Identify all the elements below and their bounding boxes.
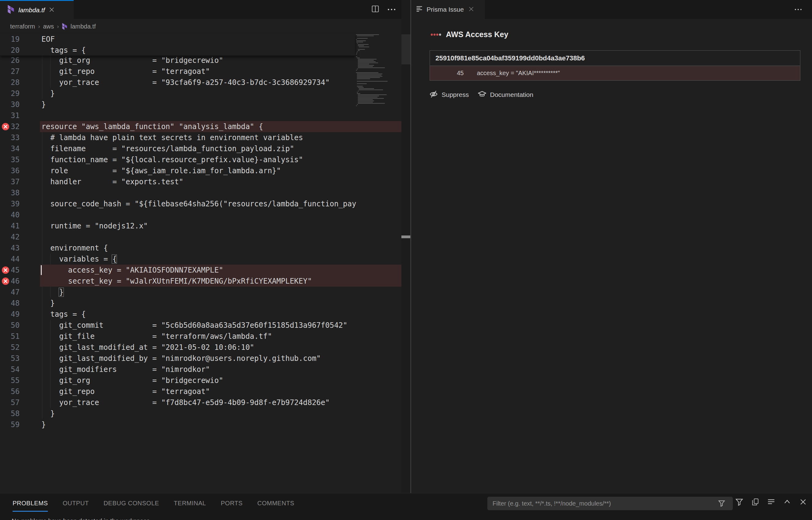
- code-line-53[interactable]: 53 git_last_modified_by = "nimrodkor@use…: [0, 353, 401, 364]
- code-text: }: [42, 419, 46, 430]
- code-line-48[interactable]: 48 }: [0, 298, 401, 309]
- code-line-54[interactable]: 54 git_modifiers = "nimrodkor": [0, 364, 401, 375]
- code-line-50[interactable]: 50 git_commit = "5c6b5d60a8aa63a5d37e60f…: [0, 320, 401, 331]
- finding-id: 25910f981e85ca04baf359199dd0bd4a3ae738b6: [430, 51, 800, 66]
- scrollbar-handle[interactable]: [401, 235, 410, 238]
- code-text: tags = {: [42, 45, 86, 56]
- panel-tab-debug-console[interactable]: DEBUG CONSOLE: [103, 495, 159, 512]
- minimap-line: [358, 98, 384, 99]
- panel-tab-problems[interactable]: PROBLEMS: [13, 495, 48, 512]
- code-line-43[interactable]: 43 environment {: [0, 242, 401, 254]
- code-line-34[interactable]: 34 filename = "resources/lambda_function…: [0, 143, 401, 154]
- code-line-46[interactable]: 46 secret_key = "wJalrXUtnFEMI/K7MDENG/b…: [0, 276, 401, 287]
- sticky-scroll[interactable]: 19EOF20 tags = {: [0, 34, 355, 56]
- problems-filter-input[interactable]: [487, 497, 733, 510]
- minimap-line: [358, 45, 364, 46]
- line-number: 53: [0, 353, 20, 364]
- eye-off-icon: [429, 89, 438, 100]
- panel-tab-output[interactable]: OUTPUT: [63, 495, 89, 512]
- code-line-56[interactable]: 56 git_repo = "terragoat": [0, 386, 401, 397]
- minimap-line: [358, 60, 374, 61]
- finding-code-row[interactable]: 45 access_key = "AKIAI**********": [430, 66, 800, 80]
- code-text: resource "aws_lambda_function" "analysis…: [42, 121, 263, 132]
- code-editor[interactable]: 26 git_org = "bridgecrewio"27 git_repo =…: [0, 0, 401, 493]
- minimap-line: [357, 86, 363, 86]
- filter-funnel-icon[interactable]: [718, 500, 725, 508]
- code-line-33[interactable]: 33 # lambda have plain text secrets in e…: [0, 132, 401, 143]
- minimap-line: [356, 54, 357, 55]
- suppress-button[interactable]: Suppress: [429, 89, 469, 100]
- code-line-55[interactable]: 55 git_org = "bridgecrewio": [0, 375, 401, 386]
- code-line-28[interactable]: 28 yor_trace = "93cfa6f9-a257-40c3-b7dc-…: [0, 77, 401, 88]
- editor-scrollbar[interactable]: [401, 0, 410, 493]
- code-line-36[interactable]: 36 role = "${aws_iam_role.iam_for_lambda…: [0, 165, 401, 176]
- code-text: tags = {: [42, 309, 86, 320]
- panel-tab-terminal[interactable]: TERMINAL: [174, 495, 206, 512]
- collapse-all-icon[interactable]: [767, 498, 775, 507]
- line-number: 56: [0, 386, 20, 397]
- code-line-31[interactable]: 31: [0, 110, 401, 121]
- code-line-45[interactable]: 45 access_key = "AKIAIOSFODNN7EXAMPLE": [0, 265, 401, 276]
- minimap-line: [359, 47, 369, 47]
- minimap-line: [358, 50, 360, 51]
- code-line-59[interactable]: 59}: [0, 419, 401, 430]
- minimap[interactable]: [356, 0, 401, 493]
- finding-code: access_key = "AKIAI**********": [477, 70, 560, 77]
- minimap-line: [357, 77, 380, 78]
- code-text: git_last_modified_at = "2021-05-02 10:06…: [42, 342, 254, 353]
- code-text: git_commit = "5c6b5d60a8aa63a5d37e60f151…: [42, 320, 347, 331]
- code-text: secret_key = "wJalrXUtnFEMI/K7MDENG/bPxR…: [42, 276, 312, 287]
- tab-close-icon[interactable]: [469, 6, 474, 12]
- filter-icon[interactable]: [735, 498, 743, 507]
- minimap-line: [358, 99, 373, 100]
- maximize-panel-icon[interactable]: [783, 498, 791, 507]
- code-line-19[interactable]: 19EOF: [0, 34, 355, 45]
- minimap-line: [357, 52, 358, 52]
- code-line-38[interactable]: 38: [0, 187, 401, 198]
- code-line-40[interactable]: 40: [0, 209, 401, 220]
- line-number: 39: [0, 198, 20, 209]
- code-line-42[interactable]: 42: [0, 232, 401, 242]
- code-line-41[interactable]: 41 runtime = "nodejs12.x": [0, 220, 401, 232]
- code-line-29[interactable]: 29 }: [0, 88, 401, 99]
- code-line-37[interactable]: 37 handler = "exports.test": [0, 176, 401, 187]
- code-line-20[interactable]: 20 tags = {: [0, 45, 355, 56]
- panel-tab-ports[interactable]: PORTS: [221, 495, 242, 512]
- code-line-52[interactable]: 52 git_last_modified_at = "2021-05-02 10…: [0, 342, 401, 353]
- tab-prisma-issue[interactable]: Prisma Issue: [411, 0, 485, 19]
- code-text: git_org = "bridgecrewio": [42, 55, 223, 66]
- panel-tabs: PROBLEMSOUTPUTDEBUG CONSOLETERMINALPORTS…: [13, 493, 294, 513]
- code-line-32[interactable]: 32resource "aws_lambda_function" "analys…: [0, 121, 401, 132]
- code-text: filename = "resources/lambda_function_pa…: [42, 143, 294, 154]
- minimap-line: [359, 89, 383, 90]
- panel-tab-comments[interactable]: COMMENTS: [257, 495, 295, 512]
- documentation-button[interactable]: Documentation: [477, 89, 533, 100]
- code-line-27[interactable]: 27 git_repo = "terragoat": [0, 66, 401, 77]
- code-text: variables = {: [42, 254, 117, 265]
- line-number: 41: [0, 220, 20, 232]
- code-line-57[interactable]: 57 yor_trace = "f7d8bc47-e5d9-4b09-9d8f-…: [0, 397, 401, 408]
- bracket-match: [112, 255, 117, 264]
- close-panel-icon[interactable]: [799, 498, 807, 507]
- code-line-35[interactable]: 35 function_name = "${local.resource_pre…: [0, 154, 401, 165]
- code-line-30[interactable]: 30}: [0, 99, 401, 110]
- code-line-39[interactable]: 39 source_code_hash = "${filebase64sha25…: [0, 198, 401, 209]
- minimap-line: [356, 41, 366, 41]
- view-as-table-icon[interactable]: [751, 498, 759, 507]
- code-line-58[interactable]: 58 }: [0, 408, 401, 419]
- code-text: git_repo = "terragoat": [42, 66, 210, 77]
- code-line-49[interactable]: 49 tags = {: [0, 309, 401, 320]
- minimap-line: [356, 56, 357, 57]
- line-number: 49: [0, 309, 20, 320]
- code-text: handler = "exports.test": [42, 176, 183, 187]
- code-line-26[interactable]: 26 git_org = "bridgecrewio": [0, 55, 401, 66]
- minimap-line: [357, 69, 358, 69]
- code-line-44[interactable]: 44 variables = {: [0, 254, 401, 265]
- minimap-line: [357, 83, 367, 84]
- code-text: role = "${aws_iam_role.iam_for_lambda.ar…: [42, 165, 281, 176]
- code-line-51[interactable]: 51 git_file = "terraform/aws/lambda.tf": [0, 331, 401, 342]
- minimap-line: [358, 87, 364, 88]
- line-number: 26: [0, 55, 20, 66]
- more-actions-icon[interactable]: [794, 0, 802, 19]
- scrollbar-slider[interactable]: [401, 34, 410, 64]
